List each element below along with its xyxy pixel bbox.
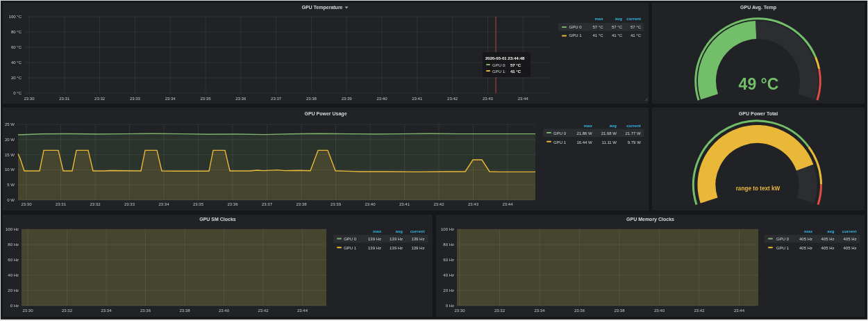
svg-text:23:36: 23:36 [227, 202, 238, 206]
svg-text:23:42: 23:42 [447, 97, 458, 101]
svg-text:23:38: 23:38 [614, 308, 625, 313]
svg-text:40 Hz: 40 Hz [8, 273, 19, 277]
svg-text:0 °C: 0 °C [13, 91, 22, 95]
svg-text:10 W: 10 W [5, 167, 15, 172]
svg-text:9.79 W: 9.79 W [628, 140, 641, 145]
svg-text:23:42: 23:42 [694, 308, 705, 313]
svg-text:GPU 0: GPU 0 [776, 237, 790, 241]
svg-text:23:34: 23:34 [165, 97, 176, 101]
svg-text:23:33: 23:33 [124, 202, 135, 206]
svg-text:GPU 1:: GPU 1: [492, 69, 506, 74]
svg-text:23:36: 23:36 [235, 97, 247, 101]
svg-text:GPU Memory Clocks: GPU Memory Clocks [626, 217, 674, 222]
svg-text:20 Hz: 20 Hz [8, 288, 19, 293]
svg-text:23:40: 23:40 [376, 97, 387, 101]
svg-text:57 °C: 57 °C [592, 25, 603, 29]
svg-text:23:44: 23:44 [734, 308, 745, 313]
svg-text:405 Hz: 405 Hz [843, 246, 856, 250]
svg-text:40 Hz: 40 Hz [443, 273, 454, 277]
svg-text:23:31: 23:31 [59, 97, 70, 101]
svg-text:23:39: 23:39 [342, 97, 353, 101]
svg-text:60 °C: 60 °C [11, 45, 22, 49]
svg-text:23:41: 23:41 [412, 97, 423, 101]
svg-text:GPU SM Clocks: GPU SM Clocks [199, 217, 236, 222]
svg-text:GPU 1: GPU 1 [776, 246, 790, 250]
svg-text:23:38: 23:38 [179, 308, 190, 313]
svg-text:23:30: 23:30 [24, 97, 35, 101]
svg-text:23:32: 23:32 [494, 308, 506, 313]
svg-text:GPU Avg. Temp: GPU Avg. Temp [740, 5, 776, 10]
svg-text:23:30: 23:30 [21, 202, 32, 206]
svg-text:57 °C: 57 °C [510, 63, 521, 67]
svg-text:current: current [626, 17, 641, 21]
svg-text:23:38: 23:38 [296, 202, 307, 206]
svg-text:0 Hz: 0 Hz [446, 304, 454, 308]
svg-text:23:34: 23:34 [158, 202, 169, 206]
svg-text:57 °C: 57 °C [631, 25, 642, 29]
svg-text:0 W: 0 W [7, 198, 15, 202]
svg-text:GPU 0:: GPU 0: [492, 63, 506, 67]
svg-text:40 °C: 40 °C [11, 60, 22, 65]
svg-text:405 Hz: 405 Hz [821, 246, 834, 250]
svg-text:23:44: 23:44 [297, 308, 308, 313]
svg-text:max: max [594, 17, 603, 21]
svg-text:23:36: 23:36 [574, 308, 585, 313]
svg-text:current: current [626, 124, 641, 128]
svg-text:23:38: 23:38 [306, 97, 317, 101]
svg-text:60 Hz: 60 Hz [443, 258, 454, 262]
svg-text:23:42: 23:42 [433, 202, 444, 206]
svg-text:avg: avg [615, 17, 623, 21]
svg-text:2020-05-01 23:44:48: 2020-05-01 23:44:48 [485, 56, 525, 60]
svg-text:23:40: 23:40 [219, 308, 230, 313]
svg-text:80 Hz: 80 Hz [443, 242, 454, 247]
svg-text:139 Hz: 139 Hz [390, 246, 403, 250]
svg-text:139 Hz: 139 Hz [390, 237, 403, 241]
svg-text:GPU Temperature: GPU Temperature [302, 5, 343, 10]
svg-text:23:40: 23:40 [365, 202, 376, 206]
svg-text:23:32: 23:32 [62, 308, 73, 313]
svg-text:57 °C: 57 °C [612, 25, 623, 29]
svg-text:100 Hz: 100 Hz [441, 227, 454, 231]
svg-text:23:44: 23:44 [502, 202, 513, 206]
svg-text:GPU 0: GPU 0 [569, 25, 583, 29]
svg-text:23:33: 23:33 [130, 97, 141, 101]
svg-text:23:42: 23:42 [258, 308, 269, 313]
svg-text:23:32: 23:32 [90, 202, 101, 206]
svg-text:15 W: 15 W [5, 153, 15, 157]
svg-text:23:35: 23:35 [200, 97, 211, 101]
svg-text:GPU 0: GPU 0 [553, 131, 567, 135]
svg-text:21.77 W: 21.77 W [625, 131, 641, 135]
svg-text:21.68 W: 21.68 W [601, 131, 617, 135]
svg-text:80 °C: 80 °C [11, 30, 22, 34]
svg-text:avg: avg [827, 229, 835, 233]
svg-text:23:34: 23:34 [101, 308, 112, 313]
svg-text:avg: avg [610, 124, 617, 128]
svg-text:max: max [584, 124, 593, 128]
svg-text:23:43: 23:43 [483, 97, 494, 101]
svg-text:23:43: 23:43 [468, 202, 479, 206]
svg-text:405 Hz: 405 Hz [821, 237, 834, 241]
svg-text:41 °C: 41 °C [631, 33, 642, 38]
svg-text:GPU Power Total: GPU Power Total [739, 111, 778, 116]
svg-text:16.44 W: 16.44 W [576, 140, 592, 145]
svg-text:avg: avg [396, 229, 403, 233]
svg-text:0 Hz: 0 Hz [10, 304, 19, 308]
svg-text:23:39: 23:39 [331, 202, 342, 206]
svg-text:23:34: 23:34 [534, 308, 545, 313]
svg-text:41 °C: 41 °C [510, 69, 521, 74]
svg-text:GPU Power Usage: GPU Power Usage [304, 111, 347, 117]
svg-text:41 °C: 41 °C [612, 33, 623, 38]
svg-text:139 Hz: 139 Hz [411, 246, 424, 250]
svg-text:23:30: 23:30 [22, 308, 33, 313]
svg-text:max: max [373, 229, 382, 233]
svg-text:current: current [842, 229, 857, 233]
svg-text:20 W: 20 W [5, 138, 15, 142]
svg-text:23:40: 23:40 [654, 308, 665, 313]
svg-text:23:31: 23:31 [56, 202, 67, 206]
svg-text:GPU 1: GPU 1 [344, 246, 357, 250]
svg-text:current: current [410, 229, 425, 233]
svg-text:100 °C: 100 °C [9, 15, 22, 19]
svg-text:23:30: 23:30 [454, 308, 465, 313]
svg-text:23:37: 23:37 [271, 97, 282, 101]
svg-text:5 W: 5 W [7, 183, 15, 187]
